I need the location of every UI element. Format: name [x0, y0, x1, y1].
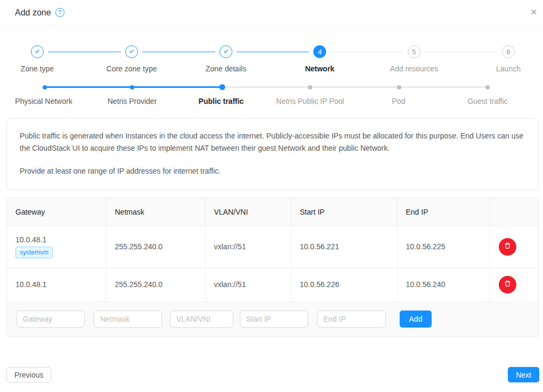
- step-connector: [237, 52, 309, 52]
- dialog-title: Add zone: [15, 8, 51, 18]
- cell-endip: 10.0.56.240: [397, 267, 490, 301]
- step-label-launch: Launch: [496, 64, 521, 73]
- table-row: 10.0.48.1 255.255.240.0 vxlan://51 10.0.…: [7, 267, 538, 301]
- public-traffic-info-box: Public traffic is generated when Instanc…: [6, 118, 539, 190]
- substep-connector: [132, 86, 222, 88]
- vlan-input[interactable]: [170, 311, 233, 328]
- step-number: 5: [412, 48, 416, 56]
- step-label-zone-type: Zone type: [21, 64, 54, 73]
- step-connector: [142, 52, 215, 52]
- info-paragraph: Provide at least one range of IP address…: [20, 165, 525, 177]
- column-header-netmask: Netmask: [106, 198, 205, 226]
- delete-row-button[interactable]: [499, 238, 516, 256]
- step-number: 4: [318, 48, 321, 56]
- step-indicator-zone-details: [220, 45, 232, 58]
- table-row: 10.0.48.1 systemvm 255.255.240.0 vxlan:/…: [7, 226, 538, 267]
- column-header-startip: Start IP: [291, 198, 397, 226]
- step-label-add-resources: Add resources: [390, 64, 438, 73]
- step-connector: [330, 52, 403, 52]
- substep-connector: [399, 86, 488, 88]
- substep-dot-public-traffic: [220, 84, 225, 90]
- substep-label-pod: Pod: [392, 97, 406, 105]
- check-icon: [34, 47, 40, 56]
- startip-input[interactable]: [240, 311, 308, 328]
- substep-label-public-traffic: Public traffic: [199, 97, 244, 105]
- help-icon[interactable]: ?: [55, 8, 64, 17]
- cell-gateway: 10.0.48.1 systemvm: [7, 226, 106, 267]
- substep-label-netris-provider: Netris Provider: [108, 97, 157, 105]
- column-header-gateway: Gateway: [7, 198, 106, 226]
- endip-input[interactable]: [317, 311, 386, 328]
- step-indicator-launch: 6: [502, 45, 515, 58]
- step-label-zone-details: Zone details: [206, 64, 246, 73]
- delete-row-button[interactable]: [499, 276, 516, 293]
- column-header-actions: [490, 198, 538, 226]
- cell-netmask: 255.255.240.0: [106, 226, 205, 267]
- step-indicator-network: 4: [313, 45, 326, 58]
- cell-actions: [490, 267, 538, 301]
- cell-endip: 10.0.56.225: [397, 226, 490, 267]
- add-range-button[interactable]: Add: [400, 311, 432, 328]
- step-label-network: Network: [305, 64, 334, 73]
- check-icon: [128, 47, 135, 56]
- substep-dot-pod: [397, 85, 401, 89]
- step-connector: [425, 52, 498, 52]
- step-indicator-core-zone-type: [125, 45, 138, 58]
- dialog-header: Add zone ?: [0, 0, 543, 26]
- substep-label-physical-network: Physical Network: [15, 97, 72, 105]
- step-connector: [48, 52, 121, 52]
- cell-vlan: vxlan://51: [205, 267, 291, 301]
- substep-dot-netris-public-ip-pool: [308, 85, 312, 89]
- trash-icon: [504, 280, 512, 289]
- gateway-input[interactable]: [17, 311, 85, 328]
- ip-range-table: Gateway Netmask VLAN/VNI Start IP End IP…: [6, 198, 539, 337]
- substep-connector: [45, 86, 132, 88]
- cell-gateway: 10.0.48.1: [7, 267, 106, 301]
- step-indicator-zone-type: [31, 45, 44, 58]
- substep-connector: [310, 86, 399, 88]
- substep-label-netris-public-ip-pool: Netris Public IP Pool: [276, 97, 344, 105]
- step-indicator-add-resources: 5: [408, 45, 420, 58]
- systemvm-tag: systemvm: [15, 247, 53, 258]
- close-icon[interactable]: ✕: [530, 8, 537, 16]
- substep-dot-guest-traffic: [485, 85, 490, 89]
- next-button[interactable]: Next: [508, 367, 539, 382]
- cell-netmask: 255.255.240.0: [106, 267, 205, 301]
- cell-startip: 10.0.56.226: [291, 267, 397, 301]
- add-range-form: Add: [7, 302, 538, 337]
- table-header-row: Gateway Netmask VLAN/VNI Start IP End IP: [7, 198, 538, 226]
- substep-label-guest-traffic: Guest traffic: [467, 97, 507, 105]
- cell-actions: [490, 226, 538, 267]
- check-icon: [223, 47, 229, 56]
- step-label-core-zone-type: Core zone type: [107, 64, 157, 73]
- cell-startip: 10.0.56.221: [291, 226, 397, 267]
- substep-connector: [222, 86, 310, 88]
- netmask-input[interactable]: [94, 311, 162, 328]
- substep-dot-netris-provider: [130, 85, 134, 89]
- info-paragraph: Public traffic is generated when Instanc…: [20, 130, 525, 154]
- substep-dot-physical-network: [43, 85, 47, 89]
- step-number: 6: [506, 48, 510, 56]
- gateway-value: 10.0.48.1: [15, 235, 98, 244]
- trash-icon: [504, 242, 512, 251]
- previous-button[interactable]: Previous: [6, 367, 51, 382]
- column-header-endip: End IP: [397, 198, 490, 226]
- column-header-vlan: VLAN/VNI: [205, 198, 291, 226]
- cell-vlan: vxlan://51: [205, 226, 291, 267]
